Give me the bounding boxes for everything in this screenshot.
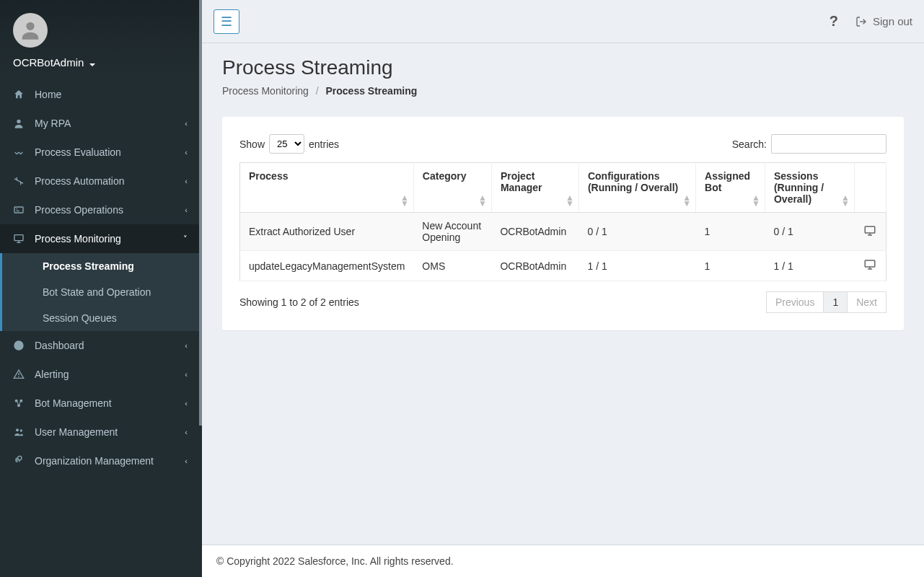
cell-action bbox=[855, 213, 886, 251]
sidebar-item-process-automation[interactable]: Process Automation‹ bbox=[0, 167, 199, 195]
signout-button[interactable]: Sign out bbox=[855, 15, 912, 27]
sidebar-item-label: Organization Management bbox=[35, 455, 154, 467]
sidebar-subitem-bot-state-and-operation[interactable]: Bot State and Operation bbox=[2, 279, 199, 305]
sidebar-item-label: Process Evaluation bbox=[35, 146, 121, 158]
search-input[interactable] bbox=[771, 134, 886, 154]
signout-label: Sign out bbox=[873, 15, 912, 27]
sidebar-item-label: Bot Management bbox=[35, 397, 112, 409]
cell-category: OMS bbox=[413, 251, 491, 281]
operations-icon bbox=[13, 204, 26, 216]
sidebar-item-my-rpa[interactable]: My RPA‹ bbox=[0, 109, 199, 138]
chevron-left-icon: ‹ bbox=[185, 177, 188, 185]
sidebar-subitem-session-queues[interactable]: Session Queues bbox=[2, 305, 199, 331]
sidebar: OCRBotAdmin HomeMy RPA‹Process Evaluatio… bbox=[0, 0, 202, 577]
breadcrumb-parent[interactable]: Process Monitoring bbox=[222, 85, 309, 97]
cell-assigned_bot: 1 bbox=[696, 251, 765, 281]
sidebar-item-bot-management[interactable]: Bot Management‹ bbox=[0, 389, 199, 418]
search-label: Search: bbox=[732, 138, 767, 150]
topbar: ☰ ? Sign out bbox=[202, 0, 924, 43]
table-info: Showing 1 to 2 of 2 entries bbox=[239, 296, 359, 308]
chevron-down-icon: ˅ bbox=[183, 234, 188, 244]
signout-icon bbox=[855, 16, 867, 27]
sidebar-item-label: Dashboard bbox=[35, 340, 84, 351]
cell-configurations: 1 / 1 bbox=[578, 251, 695, 281]
col-sessions[interactable]: Sessions (Running / Overall)▲▼ bbox=[765, 163, 854, 213]
pagination: Previous 1 Next bbox=[767, 291, 886, 313]
length-select[interactable]: 25 bbox=[269, 134, 304, 154]
length-prefix: Show bbox=[239, 138, 265, 150]
svg-point-1 bbox=[17, 120, 20, 123]
sidebar-item-organization-management[interactable]: Organization Management‹ bbox=[0, 446, 199, 475]
content-header: Process Streaming Process Monitoring / P… bbox=[202, 43, 924, 102]
user-panel: OCRBotAdmin bbox=[0, 0, 199, 76]
footer: © Copyright 2022 Salesforce, Inc. All ri… bbox=[202, 545, 924, 577]
chevron-left-icon: ‹ bbox=[185, 428, 188, 436]
user-name-dropdown[interactable]: OCRBotAdmin bbox=[13, 56, 186, 69]
sidebar-item-alerting[interactable]: Alerting‹ bbox=[0, 360, 199, 389]
chevron-left-icon: ‹ bbox=[185, 206, 188, 214]
cell-sessions: 1 / 1 bbox=[765, 251, 854, 281]
process-table: Process▲▼ Category▲▼ Project Manager▲▼ C… bbox=[239, 162, 886, 281]
chevron-left-icon: ‹ bbox=[185, 119, 188, 128]
user-name: OCRBotAdmin bbox=[13, 56, 84, 69]
svg-rect-10 bbox=[865, 226, 875, 233]
chevron-left-icon: ‹ bbox=[185, 457, 188, 465]
svg-point-8 bbox=[20, 429, 22, 431]
automation-icon bbox=[13, 175, 26, 187]
svg-rect-3 bbox=[14, 235, 23, 241]
chevron-left-icon: ‹ bbox=[185, 370, 188, 379]
cell-process: Extract Authorized User bbox=[240, 213, 414, 251]
col-category[interactable]: Category▲▼ bbox=[413, 163, 491, 213]
svg-rect-2 bbox=[14, 207, 23, 213]
sidebar-item-label: Process Operations bbox=[35, 204, 123, 216]
cell-project_manager: OCRBotAdmin bbox=[491, 251, 578, 281]
sidebar-item-dashboard[interactable]: Dashboard‹ bbox=[0, 331, 199, 360]
page-title: Process Streaming bbox=[222, 56, 904, 79]
chevron-left-icon: ‹ bbox=[185, 148, 188, 157]
sort-icon: ▲▼ bbox=[478, 195, 487, 206]
footer-text: © Copyright 2022 Salesforce, Inc. All ri… bbox=[216, 555, 454, 567]
col-assigned-bot[interactable]: Assigned Bot▲▼ bbox=[696, 163, 765, 213]
table-row: updateLegacyManagementSystemOMSOCRBotAdm… bbox=[240, 251, 886, 281]
sidebar-scrollbar[interactable] bbox=[199, 0, 202, 426]
chevron-left-icon: ‹ bbox=[185, 341, 188, 350]
sidebar-item-process-evaluation[interactable]: Process Evaluation‹ bbox=[0, 138, 199, 167]
hamburger-button[interactable]: ☰ bbox=[214, 9, 239, 34]
monitor-icon[interactable] bbox=[863, 258, 876, 271]
help-button[interactable]: ? bbox=[830, 13, 838, 30]
sidebar-item-home[interactable]: Home bbox=[0, 80, 199, 109]
sidebar-item-process-monitoring[interactable]: Process Monitoring˅ bbox=[0, 224, 199, 253]
cell-project_manager: OCRBotAdmin bbox=[491, 213, 578, 251]
cell-process: updateLegacyManagementSystem bbox=[240, 251, 414, 281]
svg-point-6 bbox=[17, 404, 20, 407]
page-next[interactable]: Next bbox=[847, 291, 886, 313]
sidebar-item-label: User Management bbox=[35, 426, 118, 438]
cell-sessions: 0 / 1 bbox=[765, 213, 854, 251]
process-table-box: Show 25 entries Search: Process▲▼ Catego… bbox=[222, 117, 904, 330]
cell-assigned_bot: 1 bbox=[696, 213, 765, 251]
monitor-icon[interactable] bbox=[863, 224, 876, 237]
sort-icon: ▲▼ bbox=[400, 195, 409, 206]
col-process[interactable]: Process▲▼ bbox=[240, 163, 414, 213]
breadcrumb-separator: / bbox=[316, 85, 319, 97]
users-icon bbox=[13, 426, 26, 438]
col-project-manager[interactable]: Project Manager▲▼ bbox=[491, 163, 578, 213]
page-1[interactable]: 1 bbox=[823, 291, 848, 313]
home-icon bbox=[13, 89, 26, 100]
col-configurations[interactable]: Configurations (Running / Overall)▲▼ bbox=[578, 163, 695, 213]
cell-configurations: 0 / 1 bbox=[578, 213, 695, 251]
sort-icon: ▲▼ bbox=[682, 195, 691, 206]
sidebar-item-label: Process Monitoring bbox=[35, 233, 121, 245]
avatar bbox=[13, 13, 48, 48]
svg-point-0 bbox=[26, 22, 34, 30]
svg-point-7 bbox=[16, 428, 19, 431]
col-actions bbox=[855, 163, 886, 213]
page-previous[interactable]: Previous bbox=[766, 291, 824, 313]
sidebar-item-user-management[interactable]: User Management‹ bbox=[0, 418, 199, 446]
sort-icon: ▲▼ bbox=[566, 195, 574, 206]
sidebar-subitem-process-streaming[interactable]: Process Streaming bbox=[2, 253, 199, 279]
bot-icon bbox=[13, 397, 26, 409]
sidebar-item-label: Process Automation bbox=[35, 175, 125, 187]
cell-category: New Account Opening bbox=[413, 213, 491, 251]
sidebar-item-process-operations[interactable]: Process Operations‹ bbox=[0, 195, 199, 224]
